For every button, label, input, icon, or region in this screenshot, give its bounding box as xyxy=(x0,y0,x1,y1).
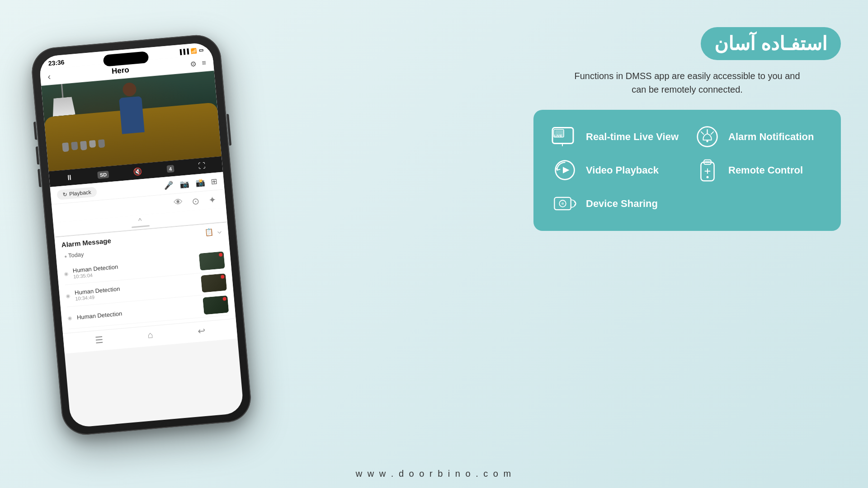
live-view-label: Real-time Live View xyxy=(586,131,679,143)
svg-point-14 xyxy=(707,176,709,178)
playback-icon: ↻ xyxy=(62,191,67,198)
cup-5 xyxy=(98,139,105,148)
alarm-controls: 📋 ⌵ xyxy=(204,226,222,236)
remote-control-icon xyxy=(694,159,721,182)
person-head xyxy=(122,82,137,97)
expand-line xyxy=(132,225,150,228)
subtitle-line1: Functions in DMSS app are easily accessi… xyxy=(574,71,800,81)
eye-icon[interactable]: 👁 xyxy=(174,197,184,209)
nav-icons: ⚙ ≡ xyxy=(190,59,207,69)
phone-body: 23:36 ▐▐▐ 📶 ▭ ‹ Hero ⚙ ≡ xyxy=(30,33,253,436)
nav-title: Hero xyxy=(111,65,129,75)
status-time: 23:36 xyxy=(48,58,65,67)
lamp-cord xyxy=(61,84,63,98)
pause-button[interactable]: ⏸ xyxy=(66,173,74,182)
home-icon[interactable]: ⌂ xyxy=(147,330,153,341)
svg-point-17 xyxy=(561,202,564,205)
hamburger-icon[interactable]: ☰ xyxy=(94,334,104,345)
snapshot-icon[interactable]: 📸 xyxy=(195,178,205,188)
alarm-title: Alarm Message xyxy=(61,237,111,249)
alarm-item-icon-3 xyxy=(67,314,72,321)
cup-4 xyxy=(89,140,96,148)
cup-1 xyxy=(62,142,69,152)
feature-card: LIVE Real-time Live View Alarm Notif xyxy=(533,110,841,231)
alarm-item-icon-2 xyxy=(66,293,71,299)
status-icons: ▐▐▐ 📶 ▭ xyxy=(178,47,203,55)
alarm-label-3: Human Detection xyxy=(76,303,199,321)
alarm-thumb-3 xyxy=(203,296,229,315)
mic-icon[interactable]: 🎤 xyxy=(163,180,174,191)
battery-icon: ▭ xyxy=(198,47,203,53)
live-view-icon: LIVE xyxy=(552,126,579,148)
svg-rect-11 xyxy=(705,161,710,163)
alarm-item-text-3: Human Detection xyxy=(76,303,199,321)
crosshair-icon[interactable]: ⊙ xyxy=(192,195,200,206)
phone-mockup: 23:36 ▐▐▐ 📶 ▭ ‹ Hero ⚙ ≡ xyxy=(36,9,271,461)
feature-playback: Video Playback xyxy=(552,159,680,182)
website-url: w w w . d o o r b i n o . c o m xyxy=(356,469,512,479)
quality-badge: 4 xyxy=(166,165,174,173)
subtitle: Functions in DMSS app are easily accessi… xyxy=(533,69,841,96)
mute-button[interactable]: 🔇 xyxy=(133,167,143,176)
title-badge: استفـاده آسان xyxy=(701,27,841,60)
phone-screen: 23:36 ▐▐▐ 📶 ▭ ‹ Hero ⚙ ≡ xyxy=(38,42,244,428)
alarm-label: Alarm Notification xyxy=(728,131,814,143)
alarm-item-icon-1 xyxy=(64,271,69,277)
cup-3 xyxy=(80,141,87,150)
lamp-shade xyxy=(52,97,75,117)
video-playback-icon xyxy=(552,159,579,182)
remote-label: Remote Control xyxy=(728,164,803,176)
settings-icon[interactable]: ⚙ xyxy=(190,60,197,69)
vr-icon[interactable]: ⊞ xyxy=(211,176,218,186)
svg-marker-8 xyxy=(563,167,570,174)
feature-live-view: LIVE Real-time Live View xyxy=(552,126,680,148)
fullscreen-button[interactable]: ⛶ xyxy=(198,161,206,170)
person-body xyxy=(119,96,145,134)
camera-feed xyxy=(41,70,222,171)
feature-alarm: Alarm Notification xyxy=(694,126,823,148)
subtitle-line2: can be remotely connected. xyxy=(632,84,743,94)
sd-badge: SD xyxy=(97,170,109,178)
alarm-expand-icon[interactable]: ⌵ xyxy=(217,226,222,235)
back-nav-icon[interactable]: ↩ xyxy=(197,325,206,336)
menu-icon[interactable]: ≡ xyxy=(202,59,207,68)
footer-url: w w w . d o o r b i n o . c o m xyxy=(356,469,512,479)
video-record-icon[interactable]: 📷 xyxy=(179,179,189,189)
device-sharing-icon xyxy=(552,192,579,215)
svg-point-6 xyxy=(706,140,708,142)
feature-sharing: Device Sharing xyxy=(552,192,680,215)
cup-2 xyxy=(71,141,78,150)
alarm-thumb-1 xyxy=(199,251,225,271)
playback-button[interactable]: ↻ Playback xyxy=(57,187,97,200)
alarm-thumb-2 xyxy=(201,273,227,293)
playback-icons: 🎤 📷 📸 ⊞ xyxy=(163,176,217,190)
playback-label: Video Playback xyxy=(586,164,659,176)
camera-lamp xyxy=(50,83,75,117)
alarm-section: Alarm Message 📋 ⌵ Today Human Detection … xyxy=(54,222,236,333)
info-panel: استفـاده آسان Functions in DMSS app are … xyxy=(533,27,841,231)
alarm-notification-icon xyxy=(694,126,721,148)
signal-icon: ▐▐▐ xyxy=(178,48,189,55)
calendar-icon[interactable]: 📋 xyxy=(204,227,214,237)
brightness-icon[interactable]: ✦ xyxy=(208,194,217,205)
feature-remote: Remote Control xyxy=(694,159,823,182)
camera-person xyxy=(111,81,152,143)
title-persian: استفـاده آسان xyxy=(714,33,827,54)
sharing-label: Device Sharing xyxy=(586,198,658,210)
wifi-icon: 📶 xyxy=(190,47,197,54)
back-button[interactable]: ‹ xyxy=(47,71,51,82)
